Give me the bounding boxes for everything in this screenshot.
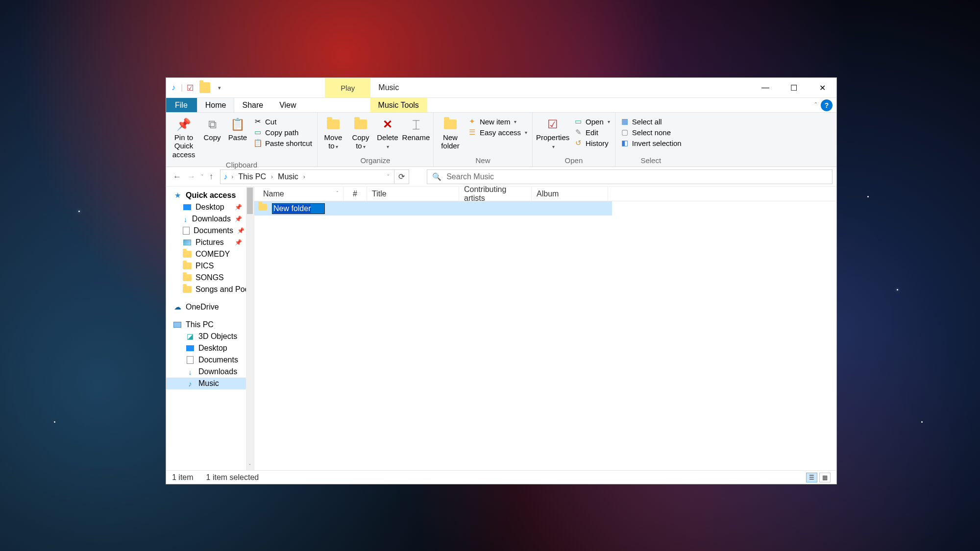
- sort-indicator-icon: ˆ: [337, 191, 338, 196]
- breadcrumb-this-pc[interactable]: This PC: [237, 172, 267, 181]
- ribbon-tabs: File Home Share View Music Tools ˆ ?: [166, 98, 836, 113]
- tab-home[interactable]: Home: [197, 98, 235, 112]
- minimize-button[interactable]: —: [751, 78, 780, 97]
- new-folder-button[interactable]: New folder: [437, 116, 464, 151]
- history-button[interactable]: ↺History: [572, 138, 612, 148]
- column-name[interactable]: Nameˆ: [258, 187, 343, 201]
- nav-pictures[interactable]: Pictures📌: [166, 237, 254, 248]
- copy-path-button[interactable]: ▭Copy path: [251, 127, 314, 137]
- history-icon: ↺: [574, 139, 583, 147]
- tab-view[interactable]: View: [271, 98, 304, 112]
- quick-access-toolbar: ☑ ▾: [183, 78, 227, 97]
- nav-songs-poem[interactable]: Songs and Poem: [166, 284, 254, 295]
- nav-documents-pc[interactable]: Documents: [166, 354, 254, 366]
- paste-shortcut-button[interactable]: 📋Paste shortcut: [251, 138, 314, 148]
- nav-recent-dropdown[interactable]: ˇ: [201, 174, 203, 180]
- scroll-thumb[interactable]: [247, 188, 253, 214]
- ribbon-group-open: ☑Properties▾ ▭Open▾ ✎Edit ↺History Open: [533, 113, 615, 167]
- chevron-right-icon[interactable]: ›: [301, 173, 307, 180]
- ribbon: 📌 Pin to Quick access ⧉ Copy 📋 Paste ✂Cu…: [166, 113, 836, 167]
- chevron-right-icon[interactable]: ›: [229, 173, 235, 180]
- open-button[interactable]: ▭Open▾: [572, 117, 612, 126]
- tab-share[interactable]: Share: [234, 98, 271, 112]
- column-headers: Nameˆ # Title Contributing artists Album: [254, 187, 836, 201]
- nav-forward-button[interactable]: →: [187, 172, 196, 182]
- folder-icon: [183, 273, 192, 282]
- search-box[interactable]: 🔍 Search Music: [427, 169, 833, 184]
- nav-this-pc[interactable]: This PC: [166, 319, 254, 331]
- chevron-right-icon[interactable]: ›: [269, 173, 275, 180]
- view-details-button[interactable]: ☰: [806, 473, 817, 482]
- folder-icon: [183, 262, 192, 270]
- nav-up-button[interactable]: ↑: [209, 172, 214, 182]
- tab-file[interactable]: File: [166, 98, 197, 112]
- properties-button[interactable]: ☑Properties▾: [536, 116, 570, 151]
- select-none-button[interactable]: ▢Select none: [618, 127, 684, 137]
- address-bar[interactable]: ♪ › This PC › Music › ˇ: [220, 169, 394, 184]
- invert-selection-button[interactable]: ◧Invert selection: [618, 138, 684, 148]
- title-bar[interactable]: ♪ | ☑ ▾ Play Music — ☐ ✕: [166, 78, 836, 98]
- copy-to-button[interactable]: Copy to▾: [348, 116, 373, 151]
- contextual-tab-play[interactable]: Play: [325, 78, 370, 97]
- help-icon[interactable]: ?: [821, 99, 833, 111]
- close-button[interactable]: ✕: [808, 78, 836, 97]
- properties-icon: ☑: [545, 117, 561, 132]
- maximize-button[interactable]: ☐: [780, 78, 808, 97]
- collapse-ribbon-icon[interactable]: ˆ: [811, 98, 821, 112]
- file-rows[interactable]: [254, 201, 836, 470]
- select-all-button[interactable]: ▦Select all: [618, 117, 684, 126]
- view-large-icons-button[interactable]: ▦: [819, 473, 831, 482]
- tab-music-tools[interactable]: Music Tools: [370, 98, 427, 112]
- scroll-down-icon[interactable]: ˇ: [249, 464, 250, 469]
- nav-comedy[interactable]: COMEDY: [166, 248, 254, 260]
- nav-scrollbar[interactable]: ˆˇ: [246, 187, 254, 470]
- breadcrumb-music[interactable]: Music: [277, 172, 299, 181]
- new-item-icon: ✦: [468, 117, 477, 126]
- qat-newfolder-icon[interactable]: [199, 82, 210, 93]
- nav-desktop[interactable]: Desktop📌: [166, 201, 254, 213]
- column-track-number[interactable]: #: [343, 187, 367, 201]
- new-item-button[interactable]: ✦New item▾: [466, 117, 529, 126]
- window-title: Music: [378, 83, 399, 92]
- refresh-button[interactable]: ⟳: [394, 169, 409, 184]
- file-row[interactable]: [254, 201, 612, 216]
- rename-input[interactable]: [272, 203, 325, 214]
- ribbon-group-label: Organize: [320, 155, 430, 167]
- ribbon-group-clipboard: 📌 Pin to Quick access ⧉ Copy 📋 Paste ✂Cu…: [166, 113, 318, 167]
- nav-downloads[interactable]: ↓Downloads📌: [166, 213, 254, 225]
- nav-songs[interactable]: SONGS: [166, 272, 254, 284]
- nav-music[interactable]: ♪Music: [166, 378, 254, 389]
- file-list-area: Nameˆ # Title Contributing artists Album: [254, 187, 836, 470]
- folder-icon: [183, 250, 192, 259]
- move-to-button[interactable]: Move to▾: [320, 116, 346, 151]
- nav-downloads-pc[interactable]: ↓Downloads: [166, 366, 254, 378]
- easy-access-icon: ☰: [468, 128, 477, 137]
- nav-documents[interactable]: Documents📌: [166, 225, 254, 237]
- delete-button[interactable]: ✕Delete▾: [375, 116, 400, 151]
- nav-onedrive[interactable]: ☁OneDrive: [166, 301, 254, 313]
- pin-quick-access-button[interactable]: 📌 Pin to Quick access: [169, 116, 198, 160]
- status-selected-count: 1 item selected: [206, 473, 259, 482]
- nav-pics[interactable]: PICS: [166, 260, 254, 272]
- column-album[interactable]: Album: [532, 187, 608, 201]
- nav-back-button[interactable]: ←: [173, 172, 181, 182]
- cloud-icon: ☁: [173, 303, 182, 311]
- qat-properties-icon[interactable]: ☑: [185, 82, 196, 93]
- easy-access-button[interactable]: ☰Easy access▾: [466, 127, 529, 137]
- nav-3d-objects[interactable]: ◪3D Objects: [166, 331, 254, 342]
- copy-button[interactable]: ⧉ Copy: [200, 116, 224, 143]
- address-dropdown-icon[interactable]: ˇ: [386, 174, 392, 180]
- rename-button[interactable]: ⌶Rename: [402, 116, 430, 143]
- ribbon-group-organize: Move to▾ Copy to▾ ✕Delete▾ ⌶Rename Organ…: [318, 113, 434, 167]
- cut-button[interactable]: ✂Cut: [251, 117, 314, 126]
- file-explorer-window: ♪ | ☑ ▾ Play Music — ☐ ✕ File Home Share…: [166, 77, 837, 484]
- column-contributing-artists[interactable]: Contributing artists: [459, 187, 532, 201]
- column-title[interactable]: Title: [367, 187, 459, 201]
- nav-desktop-pc[interactable]: Desktop: [166, 342, 254, 354]
- qat-dropdown-icon[interactable]: ▾: [214, 82, 225, 93]
- downloads-icon: ↓: [183, 215, 188, 223]
- search-icon: 🔍: [432, 172, 441, 181]
- edit-button[interactable]: ✎Edit: [572, 127, 612, 137]
- nav-quick-access[interactable]: ★Quick access: [166, 190, 254, 201]
- paste-button[interactable]: 📋 Paste: [226, 116, 249, 143]
